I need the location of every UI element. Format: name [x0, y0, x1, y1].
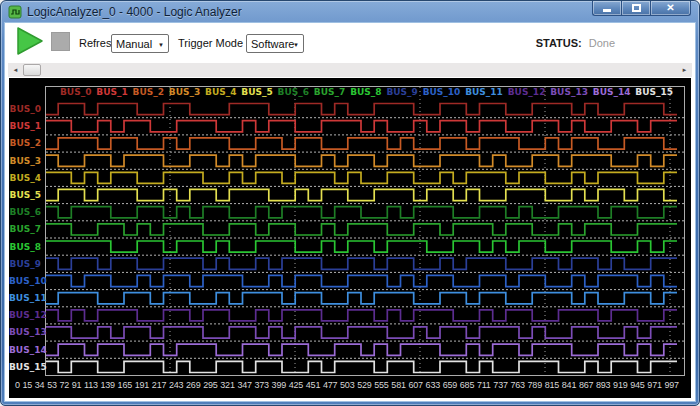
axis-tick: 737 [493, 380, 507, 390]
axis-tick: 867 [579, 380, 593, 390]
channel-label-bus_4: BUS_4 [9, 170, 41, 187]
channel-label-bus_8: BUS_8 [9, 239, 41, 256]
channel-header-row: BUS_0BUS_1BUS_2BUS_3BUS_4BUS_5BUS_6BUS_7… [45, 87, 685, 100]
chevron-down-icon: ▼ [158, 42, 164, 48]
axis-tick: 321 [220, 380, 234, 390]
axis-tick: 347 [237, 380, 251, 390]
channel-label-bus_0: BUS_0 [9, 101, 41, 118]
axis-tick: 425 [289, 380, 303, 390]
channel-label-bus_13: BUS_13 [9, 324, 41, 341]
channel-header-bus_15: BUS_15 [635, 87, 673, 100]
channel-header-bus_0: BUS_0 [60, 87, 91, 100]
axis-tick: 373 [254, 380, 268, 390]
axis-tick: 295 [203, 380, 217, 390]
axis-tick: 503 [340, 380, 354, 390]
client-area: Refresh Manual ▼ Trigger Mode Software ▼… [5, 23, 695, 401]
axis-tick: 243 [169, 380, 183, 390]
axis-tick: 269 [186, 380, 200, 390]
channel-header-bus_5: BUS_5 [241, 87, 272, 100]
axis-tick: 581 [391, 380, 405, 390]
window-title: LogicAnalyzer_0 - 4000 - Logic Analyzer [27, 5, 242, 19]
axis-tick: 997 [664, 380, 678, 390]
axis-tick: 0 [15, 380, 20, 390]
channel-label-bus_10: BUS_10 [9, 273, 41, 290]
axis-tick: 399 [272, 380, 286, 390]
axis-tick: 685 [460, 380, 474, 390]
axis-tick: 165 [118, 380, 132, 390]
close-icon: ✕ [666, 3, 674, 13]
axis-tick: 113 [84, 380, 98, 390]
minimize-button[interactable] [592, 1, 621, 16]
axis-tick: 763 [510, 380, 524, 390]
axis-tick: 841 [562, 380, 576, 390]
channel-label-bus_2: BUS_2 [9, 135, 41, 152]
maximize-button[interactable] [621, 1, 650, 16]
waveform-panel: BUS_0BUS_1BUS_2BUS_3BUS_4BUS_5BUS_6BUS_7… [9, 78, 691, 398]
app-window: LogicAnalyzer_0 - 4000 - Logic Analyzer … [0, 0, 700, 406]
channel-header-bus_8: BUS_8 [350, 87, 381, 100]
axis-tick: 971 [647, 380, 661, 390]
axis-tick: 477 [323, 380, 337, 390]
triangle-left-icon: ◄ [13, 67, 19, 73]
channel-header-bus_10: BUS_10 [423, 87, 461, 100]
axis-tick: 607 [408, 380, 422, 390]
play-button[interactable] [15, 26, 45, 56]
toolbar: Refresh Manual ▼ Trigger Mode Software ▼… [5, 23, 695, 63]
scroll-right-button[interactable]: ► [677, 63, 692, 77]
close-button[interactable]: ✕ [650, 1, 691, 16]
channel-header-bus_6: BUS_6 [278, 87, 309, 100]
channel-header-bus_3: BUS_3 [169, 87, 200, 100]
axis-tick: 633 [426, 380, 440, 390]
channel-label-bus_15: BUS_15 [9, 359, 41, 376]
stop-button[interactable] [51, 32, 70, 51]
channel-header-bus_2: BUS_2 [133, 87, 164, 100]
axis-tick: 191 [135, 380, 149, 390]
scroll-left-button[interactable]: ◄ [8, 63, 23, 77]
titlebar[interactable]: LogicAnalyzer_0 - 4000 - Logic Analyzer … [1, 1, 699, 23]
axis-tick: 529 [357, 380, 371, 390]
channel-label-bus_9: BUS_9 [9, 256, 41, 273]
axis-tick: 53 [47, 380, 57, 390]
trigger-mode-select[interactable]: Software ▼ [246, 34, 304, 53]
channel-header-bus_12: BUS_12 [508, 87, 546, 100]
channel-header-bus_11: BUS_11 [465, 87, 503, 100]
axis-tick: 72 [59, 380, 69, 390]
waveform-canvas[interactable] [45, 86, 685, 376]
channel-label-bus_7: BUS_7 [9, 221, 41, 238]
channel-label-bus_14: BUS_14 [9, 342, 41, 359]
refresh-select[interactable]: Manual ▼ [111, 34, 169, 53]
channel-label-bus_3: BUS_3 [9, 153, 41, 170]
trigger-mode-label: Trigger Mode [178, 37, 243, 49]
axis-tick: 659 [443, 380, 457, 390]
channel-label-bus_12: BUS_12 [9, 307, 41, 324]
channel-header-bus_1: BUS_1 [96, 87, 127, 100]
channel-header-bus_7: BUS_7 [314, 87, 345, 100]
channel-header-bus_9: BUS_9 [386, 87, 417, 100]
refresh-select-value: Manual [116, 38, 152, 50]
axis-tick: 34 [35, 380, 45, 390]
axis-tick: 555 [374, 380, 388, 390]
axis-tick: 919 [613, 380, 627, 390]
triangle-right-icon: ► [682, 67, 688, 73]
maximize-icon [632, 4, 641, 12]
horizontal-scrollbar[interactable]: ◄ ► [8, 63, 692, 77]
channel-header-bus_4: BUS_4 [205, 87, 236, 100]
axis-tick: 217 [152, 380, 166, 390]
status-value: Done [589, 37, 615, 49]
axis-tick: 893 [596, 380, 610, 390]
axis-tick: 91 [72, 380, 82, 390]
axis-tick: 139 [101, 380, 115, 390]
channel-header-bus_13: BUS_13 [550, 87, 588, 100]
chevron-down-icon: ▼ [293, 42, 299, 48]
status-area: STATUS:Done [536, 37, 615, 49]
channel-label-bus_6: BUS_6 [9, 204, 41, 221]
channel-label-bus_11: BUS_11 [9, 290, 41, 307]
axis-tick: 15 [23, 380, 33, 390]
status-label: STATUS: [536, 37, 582, 49]
channel-label-bus_5: BUS_5 [9, 187, 41, 204]
axis-tick: 815 [545, 380, 559, 390]
axis-tick: 711 [477, 380, 491, 390]
scrollbar-thumb[interactable] [23, 64, 41, 76]
app-icon [8, 5, 22, 19]
minimize-icon [603, 9, 611, 12]
